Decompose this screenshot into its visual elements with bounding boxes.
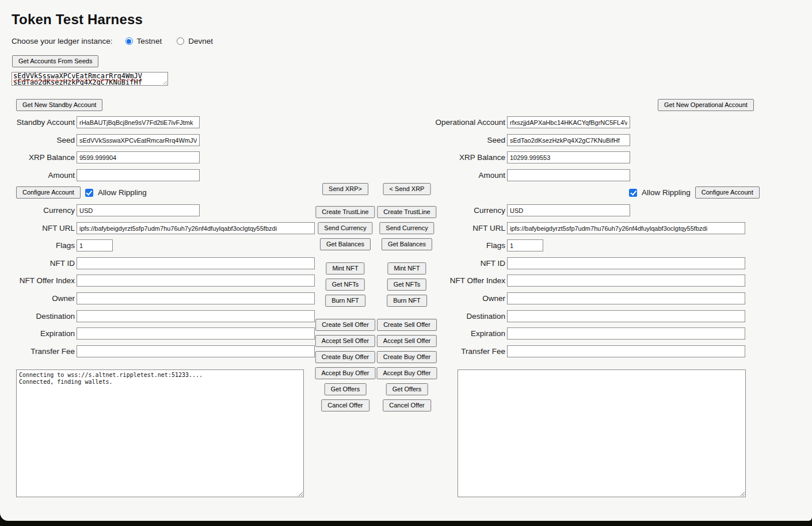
operational-allow-rippling-checkbox[interactable] xyxy=(629,189,637,197)
standby-account-input[interactable] xyxy=(77,116,200,128)
operational-create-buy-offer-button[interactable]: Create Buy Offer xyxy=(377,351,437,363)
seeds-textarea[interactable]: sEdVVkSsswaXPCvEatRmcarRrq4WmJV sEdTao2d… xyxy=(12,72,168,86)
standby-create-sell-offer-button[interactable]: Create Sell Offer xyxy=(315,319,375,331)
operational-flags-input[interactable] xyxy=(507,239,543,251)
standby-cancel-offer-button[interactable]: Cancel Offer xyxy=(321,399,369,411)
standby-destination-input[interactable] xyxy=(77,310,315,322)
standby-get-nfts-button[interactable]: Get NFTs xyxy=(326,279,365,291)
standby-account-label: Standby Account xyxy=(0,118,75,127)
standby-burn-nft-button[interactable]: Burn NFT xyxy=(325,295,365,307)
standby-currency-label: Currency xyxy=(0,206,75,215)
operational-amount-label: Amount xyxy=(430,171,505,180)
standby-owner-row: Owner xyxy=(0,292,315,304)
standby-nft-id-input[interactable] xyxy=(77,257,315,269)
radio-group-devnet[interactable]: Devnet xyxy=(177,37,213,45)
operational-account-input[interactable] xyxy=(507,116,630,128)
operational-mint-nft-button[interactable]: Mint NFT xyxy=(387,262,426,275)
devnet-radio[interactable] xyxy=(177,37,184,45)
token-test-harness-page: Token Test Harness Choose your ledger in… xyxy=(0,0,812,521)
standby-expiration-row: Expiration xyxy=(0,327,315,340)
operational-owner-label: Owner xyxy=(430,294,505,303)
standby-send-currency-button[interactable]: Send Currency xyxy=(318,222,372,234)
operational-accept-sell-offer-button[interactable]: Accept Sell Offer xyxy=(377,335,437,347)
operational-nft-id-row: NFT ID xyxy=(430,257,745,269)
standby-xrp-balance-input[interactable] xyxy=(77,151,200,163)
standby-mint-nft-button[interactable]: Mint NFT xyxy=(326,262,364,275)
operational-transfer-fee-input[interactable] xyxy=(507,345,745,357)
operational-account-label: Operational Account xyxy=(430,118,505,127)
operational-send-xrp-button[interactable]: < Send XRP xyxy=(383,183,431,195)
operational-destination-row: Destination xyxy=(430,310,745,322)
standby-console-textarea[interactable]: Connecting to wss://s.altnet.rippletest.… xyxy=(16,369,304,497)
standby-configure-account-button[interactable]: Configure Account xyxy=(16,186,81,199)
radio-group-testnet[interactable]: Testnet xyxy=(125,37,162,45)
operational-amount-input[interactable] xyxy=(507,169,630,181)
operational-xrp-balance-label: XRP Balance xyxy=(430,153,505,162)
app-window: Token Test Harness Choose your ledger in… xyxy=(0,0,812,526)
standby-owner-input[interactable] xyxy=(77,292,315,304)
standby-transfer-fee-input[interactable] xyxy=(77,345,315,357)
standby-allow-rippling-label: Allow Rippling xyxy=(98,188,147,197)
standby-accept-buy-offer-button[interactable]: Accept Buy Offer xyxy=(315,367,376,379)
standby-create-trustline-button[interactable]: Create TrustLine xyxy=(315,206,375,218)
operational-owner-input[interactable] xyxy=(507,292,745,304)
operational-owner-row: Owner xyxy=(430,292,745,304)
get-new-operational-account-button[interactable]: Get New Operational Account xyxy=(658,99,754,111)
standby-amount-input[interactable] xyxy=(77,169,200,181)
testnet-radio-label: Testnet xyxy=(137,37,162,45)
standby-seed-input[interactable] xyxy=(77,134,200,146)
operational-destination-label: Destination xyxy=(430,312,505,321)
operational-nft-url-row: NFT URL xyxy=(430,222,745,234)
operational-nft-offer-index-row: NFT Offer Index xyxy=(430,275,745,287)
standby-amount-row: Amount xyxy=(0,169,200,181)
operational-seed-input[interactable] xyxy=(507,134,630,146)
operational-expiration-row: Expiration xyxy=(430,327,745,340)
operational-burn-nft-button[interactable]: Burn NFT xyxy=(387,295,427,307)
operational-destination-input[interactable] xyxy=(507,310,745,322)
operational-transfer-fee-row: Transfer Fee xyxy=(430,345,745,357)
operational-expiration-input[interactable] xyxy=(507,327,745,340)
standby-currency-input[interactable] xyxy=(77,204,200,216)
standby-create-buy-offer-button[interactable]: Create Buy Offer xyxy=(315,351,375,363)
operational-nft-offer-index-input[interactable] xyxy=(507,275,745,287)
operational-accept-buy-offer-button[interactable]: Accept Buy Offer xyxy=(377,367,437,379)
standby-nft-offer-index-input[interactable] xyxy=(77,275,315,287)
standby-expiration-input[interactable] xyxy=(77,327,315,340)
operational-nft-offer-index-label: NFT Offer Index xyxy=(430,276,505,285)
operational-currency-label: Currency xyxy=(430,206,505,215)
standby-nft-id-label: NFT ID xyxy=(0,259,75,268)
operational-console-textarea[interactable] xyxy=(458,369,746,497)
standby-send-xrp-button[interactable]: Send XRP> xyxy=(322,183,368,195)
operational-nft-id-input[interactable] xyxy=(507,257,745,269)
operational-currency-input[interactable] xyxy=(507,204,630,216)
standby-destination-row: Destination xyxy=(0,310,315,322)
operational-create-trustline-button[interactable]: Create TrustLine xyxy=(377,206,436,218)
standby-accept-sell-offer-button[interactable]: Accept Sell Offer xyxy=(315,335,375,347)
standby-get-offers-button[interactable]: Get Offers xyxy=(325,383,367,395)
operational-seed-label: Seed xyxy=(430,136,505,144)
standby-flags-input[interactable] xyxy=(77,239,113,251)
operational-account-row: Operational Account xyxy=(430,116,630,128)
operational-expiration-label: Expiration xyxy=(430,329,505,338)
devnet-radio-label: Devnet xyxy=(188,37,213,45)
standby-nft-url-input[interactable] xyxy=(77,222,315,234)
operational-nft-id-label: NFT ID xyxy=(430,259,505,268)
operational-allow-rippling-label: Allow Rippling xyxy=(642,188,691,197)
get-accounts-from-seeds-button[interactable]: Get Accounts From Seeds xyxy=(12,55,98,67)
operational-xrp-balance-row: XRP Balance xyxy=(430,151,630,163)
standby-expiration-label: Expiration xyxy=(0,329,75,338)
standby-allow-rippling-checkbox[interactable] xyxy=(85,189,93,197)
get-new-standby-account-button[interactable]: Get New Standby Account xyxy=(16,99,102,111)
operational-get-offers-button[interactable]: Get Offers xyxy=(386,383,428,395)
operational-nft-url-input[interactable] xyxy=(507,222,745,234)
testnet-radio[interactable] xyxy=(125,37,133,45)
operational-get-nfts-button[interactable]: Get NFTs xyxy=(387,279,426,291)
operational-send-currency-button[interactable]: Send Currency xyxy=(379,222,434,234)
operational-cancel-offer-button[interactable]: Cancel Offer xyxy=(383,399,431,411)
standby-get-balances-button[interactable]: Get Balances xyxy=(320,238,371,250)
standby-destination-label: Destination xyxy=(0,312,75,321)
operational-xrp-balance-input[interactable] xyxy=(507,151,630,163)
operational-create-sell-offer-button[interactable]: Create Sell Offer xyxy=(377,319,437,331)
operational-get-balances-button[interactable]: Get Balances xyxy=(382,238,432,250)
operational-configure-account-button[interactable]: Configure Account xyxy=(695,186,760,199)
